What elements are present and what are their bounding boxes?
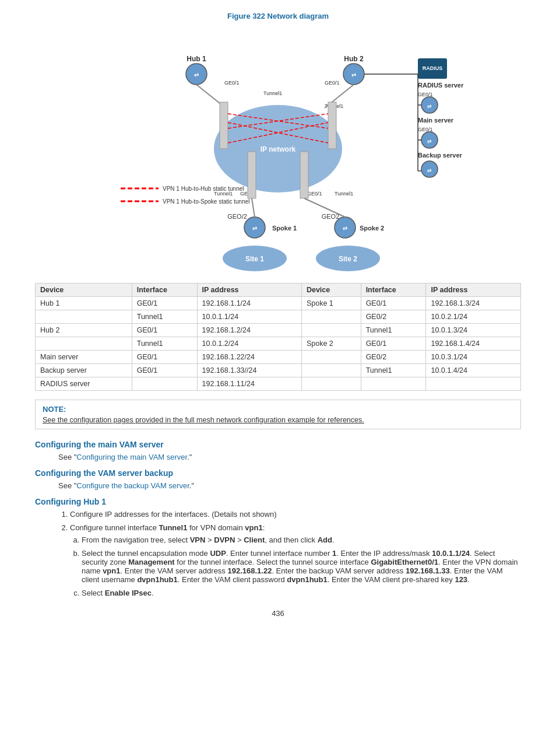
section-hub1: Configuring Hub 1 Configure IP addresses… [35,497,521,597]
table-row: Tunnel110.0.1.2/24Spoke 2GE0/1192.168.1.… [36,337,521,351]
backup-vam-link[interactable]: Configure the backup VAM server [76,481,189,490]
figure-title: Figure 322 Network diagram [35,12,521,20]
svg-rect-14 [220,102,228,149]
network-diagram: IP network Hub 1 ⇄ Hub 2 ⇄ GE0/1 GE0/1 T… [35,26,521,277]
svg-text:VPN 1 Hub-to-Hub  static tunne: VPN 1 Hub-to-Hub static tunnel [163,186,244,192]
section-backup-vam: Configuring the VAM server backup See "C… [35,468,521,490]
svg-text:GE0/1: GE0/1 [307,191,322,197]
hub1-step2a: From the navigation tree, select VPN > D… [82,536,521,544]
svg-text:GEO2: GEO2 [322,213,340,220]
col-device1: Device [36,284,132,297]
svg-text:⇄: ⇄ [343,225,347,232]
svg-text:⇄: ⇄ [427,138,432,144]
table-row: RADIUS server192.168.1.11/24 [36,377,521,391]
svg-rect-33 [300,152,308,198]
hub1-step1: Configure IP addresses for the interface… [70,510,521,519]
hub1-step2c: Select Enable IPsec. [82,589,521,597]
svg-text:Spoke 2: Spoke 2 [360,225,384,232]
main-vam-body: See "Configuring the main VAM server." [58,453,521,461]
main-vam-heading: Configuring the main VAM server [35,440,521,449]
svg-text:GE0/1: GE0/1 [224,80,240,86]
table-row: Tunnel110.0.1.1/24GE0/210.0.2.1/24 [36,310,521,324]
svg-text:GE0/1: GE0/1 [325,80,340,86]
svg-text:Backup server: Backup server [418,152,463,159]
svg-text:Main server: Main server [418,117,454,124]
table-row: Backup serverGE0/1192.168.1.33//24Tunnel… [36,364,521,377]
col-ip1: IP address [197,284,301,297]
svg-rect-32 [248,152,256,198]
hub1-step2b: Select the tunnel encapsulation mode UDP… [82,549,521,584]
col-interface1: Interface [132,284,197,297]
svg-rect-15 [328,102,336,149]
svg-text:GEO/2: GEO/2 [227,213,247,220]
svg-text:Spoke 1: Spoke 1 [272,225,297,232]
svg-text:RADIUS server: RADIUS server [418,82,464,89]
svg-text:RADIUS: RADIUS [423,65,443,71]
svg-text:Site 1: Site 1 [245,255,264,263]
hub1-step2: Configure tunnel interface Tunnel1 for V… [70,523,521,597]
page-number: 436 [35,609,521,618]
hub1-body: Configure IP addresses for the interface… [58,510,521,597]
svg-text:Tunnel1: Tunnel1 [263,90,282,96]
note-box: NOTE: See the configuration pages provid… [35,400,521,429]
svg-line-34 [252,198,255,217]
section-main-vam: Configuring the main VAM server See "Con… [35,440,521,461]
svg-text:Tunnel1: Tunnel1 [335,191,353,197]
hub1-heading: Configuring Hub 1 [35,497,521,506]
svg-text:⇄: ⇄ [427,103,432,109]
svg-text:Hub 1: Hub 1 [186,55,206,63]
svg-text:⇄: ⇄ [427,167,432,173]
svg-text:Hub 2: Hub 2 [344,55,364,63]
col-ip2: IP address [426,284,521,297]
svg-text:⇄: ⇄ [351,72,356,78]
col-device2: Device [301,284,361,297]
table-row: Hub 2GE0/1192.168.1.2/24Tunnel110.0.1.3/… [36,324,521,337]
note-text: See the configuration pages provided in … [43,416,513,424]
svg-text:IP network: IP network [261,145,296,153]
svg-text:⇄: ⇄ [194,72,199,78]
svg-text:⇄: ⇄ [252,225,257,232]
col-interface2: Interface [361,284,426,297]
network-table: Device Interface IP address Device Inter… [35,283,521,391]
backup-vam-heading: Configuring the VAM server backup [35,468,521,478]
table-row: Hub 1GE0/1192.168.1.1/24Spoke 1GE0/1192.… [36,297,521,310]
svg-text:VPN 1 Hub-to-Spoke  static tun: VPN 1 Hub-to-Spoke static tunnel [163,198,250,205]
backup-vam-body: See "Configure the backup VAM server." [58,481,521,490]
table-row: Main serverGE0/1192.168.1.22/24GE0/210.0… [36,351,521,364]
note-label: NOTE: [43,405,513,414]
main-vam-link[interactable]: Configuring the main VAM server [76,453,187,461]
svg-text:Site 2: Site 2 [339,255,357,263]
